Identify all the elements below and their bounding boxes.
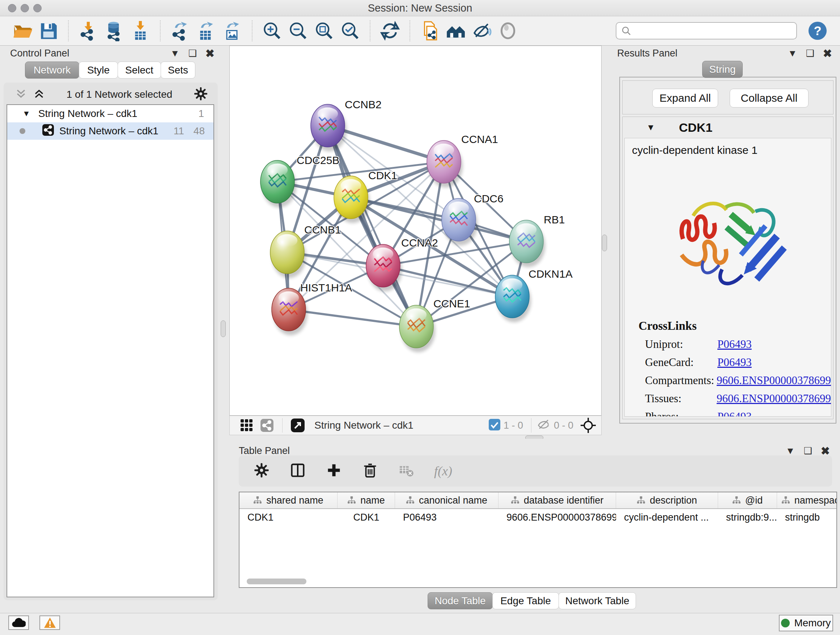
- crosslink-link[interactable]: 9606.ENSP00000378699: [717, 374, 831, 387]
- function-builder-icon[interactable]: f(x): [434, 463, 452, 478]
- table-cell[interactable]: CDK1: [338, 512, 395, 523]
- network-node[interactable]: [272, 288, 308, 335]
- import-network-file-icon[interactable]: [77, 19, 99, 42]
- tab-style[interactable]: Style: [79, 62, 118, 79]
- selected-checkbox-icon[interactable]: [488, 418, 501, 432]
- panel-close-icon[interactable]: ✖: [823, 47, 832, 60]
- table-horizontal-scrollbar[interactable]: [247, 578, 306, 584]
- network-node[interactable]: [509, 220, 545, 267]
- panel-menu-icon[interactable]: ▼: [171, 48, 180, 59]
- tab-node-table[interactable]: Node Table: [428, 592, 493, 609]
- network-collection-row[interactable]: ▼ String Network – cdk1 1: [7, 105, 213, 122]
- network-edge[interactable]: [328, 126, 416, 326]
- help-icon[interactable]: ?: [806, 19, 829, 42]
- zoom-fit-content-icon[interactable]: [313, 19, 335, 42]
- hide-unselected-icon[interactable]: [471, 19, 493, 42]
- import-table-file-icon[interactable]: [129, 19, 152, 42]
- network-node[interactable]: [334, 176, 370, 223]
- expand-all-chevron-icon[interactable]: [33, 87, 46, 102]
- export-network-icon[interactable]: [169, 19, 191, 42]
- table-cell[interactable]: 9606.ENSP00000378699: [499, 512, 616, 523]
- tab-edge-table[interactable]: Edge Table: [493, 592, 559, 609]
- gene-section-header[interactable]: ▼ CDK1: [622, 117, 833, 138]
- network-overview-icon[interactable]: [259, 417, 275, 434]
- gene-collapse-icon[interactable]: ▼: [646, 122, 655, 133]
- table-cell[interactable]: P06493: [395, 512, 499, 523]
- panel-menu-icon[interactable]: ▼: [788, 48, 797, 59]
- export-view-icon[interactable]: [289, 417, 306, 434]
- collection-collapse-icon[interactable]: ▼: [22, 109, 30, 119]
- search-input[interactable]: [632, 25, 785, 37]
- open-session-icon[interactable]: [11, 19, 34, 42]
- show-columns-icon[interactable]: [289, 462, 306, 480]
- clone-network-icon[interactable]: [418, 19, 441, 42]
- panel-menu-icon[interactable]: ▼: [786, 445, 795, 456]
- table-row[interactable]: CDK1CDK1P064939606.ENSP00000378699cyclin…: [240, 509, 836, 526]
- export-image-icon[interactable]: [221, 19, 243, 42]
- import-network-database-icon[interactable]: [103, 19, 126, 42]
- tab-sets[interactable]: Sets: [161, 62, 195, 79]
- table-cell[interactable]: stringdb: [777, 512, 837, 523]
- cloud-status-button[interactable]: [8, 616, 29, 630]
- network-node[interactable]: [495, 275, 531, 322]
- save-session-icon[interactable]: [37, 19, 60, 42]
- node-table[interactable]: shared namenamecanonical namedatabase id…: [239, 492, 837, 588]
- column-header-database-identifier[interactable]: database identifier: [499, 492, 616, 508]
- crosslink-link[interactable]: P06493: [717, 338, 752, 351]
- panel-close-icon[interactable]: ✖: [205, 47, 215, 60]
- delete-table-icon[interactable]: [398, 462, 415, 480]
- network-graph[interactable]: CCNB2CCNA1CDC25BCDK1CDC6RB1CCNB1CCNA2CDK…: [230, 46, 601, 415]
- table-cell[interactable]: CDK1: [240, 512, 338, 523]
- hidden-eye-slash-icon[interactable]: [537, 417, 551, 433]
- crosslink-link[interactable]: 9606.ENSP00000378699: [717, 392, 831, 405]
- tab-network-table[interactable]: Network Table: [559, 592, 636, 609]
- zoom-out-icon[interactable]: [287, 19, 309, 42]
- network-node[interactable]: [270, 231, 306, 278]
- crosslink-link[interactable]: P06493: [717, 410, 752, 417]
- control-panel-controls: ▼ ❑ ✖: [171, 47, 215, 60]
- network-options-gear-icon[interactable]: [193, 86, 208, 103]
- panel-float-icon[interactable]: ❑: [804, 445, 812, 456]
- crosslink-link[interactable]: P06493: [717, 356, 752, 369]
- open-home-icon[interactable]: [445, 19, 467, 42]
- column-header-name[interactable]: name: [338, 492, 395, 508]
- panel-float-icon[interactable]: ❑: [806, 48, 814, 59]
- collapse-all-button[interactable]: Collapse All: [729, 89, 808, 108]
- left-splitter-handle[interactable]: [221, 320, 226, 337]
- collection-count: 1: [198, 108, 204, 119]
- network-edge[interactable]: [289, 310, 416, 326]
- table-cell[interactable]: stringdb:9...: [718, 512, 777, 523]
- highlight-icon[interactable]: [497, 19, 519, 42]
- tab-select[interactable]: Select: [118, 62, 161, 79]
- column-header-description[interactable]: description: [616, 492, 718, 508]
- column-header-canonical-name[interactable]: canonical name: [395, 492, 499, 508]
- expand-all-button[interactable]: Expand All: [652, 89, 718, 108]
- column-header-namespace[interactable]: namespace: [777, 492, 837, 508]
- memory-button[interactable]: Memory: [779, 615, 833, 631]
- network-canvas[interactable]: CCNB2CCNA1CDC25BCDK1CDC6RB1CCNB1CCNA2CDK…: [229, 46, 602, 416]
- network-node[interactable]: [399, 305, 435, 352]
- search-field[interactable]: [616, 22, 797, 40]
- panel-float-icon[interactable]: ❑: [188, 48, 197, 59]
- table-cell[interactable]: cyclin-dependent ...: [616, 512, 718, 523]
- column-header-shared-name[interactable]: shared name: [240, 492, 338, 508]
- zoom-selected-icon[interactable]: [339, 19, 362, 42]
- fit-crosshair-icon[interactable]: [578, 417, 598, 434]
- column-header-label: @id: [745, 495, 763, 506]
- zoom-in-icon[interactable]: [261, 19, 283, 42]
- warning-status-button[interactable]: [39, 616, 60, 630]
- tab-string[interactable]: String: [702, 61, 743, 78]
- delete-column-trash-icon[interactable]: [362, 462, 378, 480]
- birdseye-grid-icon[interactable]: [238, 417, 255, 434]
- network-node[interactable]: [442, 198, 477, 245]
- column-header--id[interactable]: @id: [718, 492, 777, 508]
- network-node[interactable]: [366, 244, 402, 291]
- table-settings-gear-icon[interactable]: [253, 462, 270, 480]
- network-node[interactable]: [311, 104, 347, 151]
- add-column-icon[interactable]: [325, 462, 342, 480]
- collapse-all-chevron-icon[interactable]: [14, 87, 27, 102]
- tab-network[interactable]: Network: [25, 62, 79, 79]
- export-table-icon[interactable]: [195, 19, 218, 42]
- refresh-network-icon[interactable]: [379, 19, 401, 42]
- network-row[interactable]: String Network – cdk1 11 48: [7, 122, 213, 140]
